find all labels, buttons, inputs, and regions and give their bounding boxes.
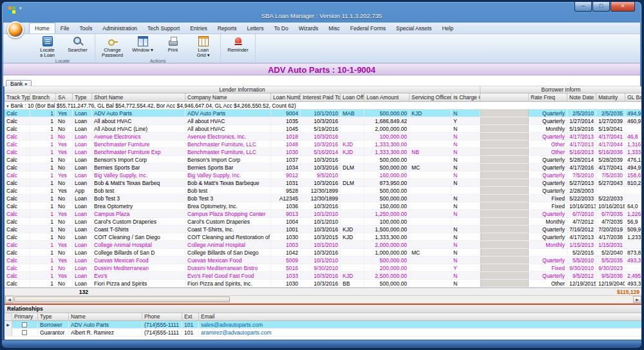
close-button[interactable]: ×	[611, 2, 635, 12]
grid-cell: Avenue Electronics	[92, 133, 185, 140]
print-button[interactable]: Print	[158, 35, 188, 58]
grid-cell: 4/17/2041	[596, 164, 625, 171]
loan-grid-button[interactable]: Loan Grid ▾	[188, 35, 218, 58]
reminder-button[interactable]: Reminder	[223, 35, 253, 56]
loan-row[interactable]: Calc1YesAppBob testBob test952812/30/189…	[5, 187, 642, 195]
loan-row[interactable]: Calc1NoLoanBrea OptometryBrea Optometry,…	[5, 202, 642, 210]
loan-row[interactable]: Calc1YesLoanCollege Animal HospitalColle…	[5, 241, 642, 249]
loan-row[interactable]: Calc1NoLoanAvenue ElectronicsAvenue Elec…	[5, 133, 642, 141]
grid-cell: 493,3	[625, 280, 642, 287]
grid-cell	[451, 218, 480, 225]
tab-to-do[interactable]: To Do	[269, 23, 293, 34]
email-cell[interactable]: sales@advautoparts.com	[199, 321, 642, 328]
grid-cell: 1033	[271, 272, 301, 279]
grid-cell: 2,000,000.00	[365, 125, 410, 132]
rel-column-header-primary[interactable]: Primary	[12, 313, 38, 321]
loan-row[interactable]: Calc1YesLoanADV Auto PartsADV Auto Parts…	[5, 110, 642, 117]
column-header-gl-balanc[interactable]: GL Balanc	[625, 93, 642, 102]
column-header-interest-paid-to[interactable]: Interest Paid To	[301, 93, 341, 102]
column-header-servicing-officer[interactable]: Servicing Officer	[410, 93, 451, 102]
tab-tech-support[interactable]: Tech Support	[142, 23, 185, 34]
tab-misc[interactable]: Misc	[323, 23, 345, 34]
rel-column-header-email[interactable]: Email	[199, 313, 642, 321]
rel-column-header-phone[interactable]: Phone	[142, 313, 182, 321]
minimize-button[interactable]: –	[574, 2, 592, 12]
tab-wizards[interactable]: Wizards	[294, 23, 324, 34]
column-header-is-charge-off[interactable]: Is Charge Off	[451, 93, 480, 102]
ext-cell: 101	[182, 329, 199, 336]
column-header-sa[interactable]: SA	[56, 93, 73, 102]
tab-entries[interactable]: Entries	[185, 23, 212, 34]
column-header-branch[interactable]: Branch	[30, 93, 56, 102]
app-orb-button[interactable]	[7, 21, 24, 38]
column-header-rate-freq[interactable]: Rate Freq	[529, 93, 567, 102]
loan-row[interactable]: Calc1NoLoanAll About HVAC (Line)All abou…	[5, 125, 642, 133]
column-header-blank[interactable]	[480, 93, 529, 102]
relationship-row[interactable]: GuarantorAlbert R. Ramirez(714)555-11111…	[5, 329, 642, 336]
loan-row[interactable]: Calc1YesLoanBig Valley Supply, Inc.Big V…	[5, 171, 642, 179]
column-header-loan-amount[interactable]: Loan Amount	[365, 93, 410, 102]
change-password-button[interactable]: Change Password	[97, 35, 128, 58]
searcher-button[interactable]: Searcher	[62, 35, 93, 58]
loan-row[interactable]: Calc1NoLoanBob Test 3Bob Test 3A1234512/…	[5, 195, 642, 202]
loan-row[interactable]: Calc1YesLoanBenchmaster Furniture ExpBen…	[5, 148, 642, 156]
loan-row[interactable]: Calc1NoLoanCarol's Custom DraperiesCarol…	[5, 218, 642, 226]
column-header-short-name[interactable]: Short Name	[92, 93, 185, 102]
horizontal-scrollbar[interactable]	[5, 295, 642, 304]
loan-row[interactable]: Calc1NoLoanCoast T-ShirtsCoast T-Shirts,…	[5, 226, 642, 233]
relationship-row[interactable]: ▶BorrowerADV Auto Parts(714)555-1111101s…	[5, 321, 642, 329]
rel-column-header-ext[interactable]: Ext	[182, 313, 199, 321]
grid-cell: Calc	[5, 218, 30, 225]
scroll-right-arrow-icon[interactable]	[633, 296, 641, 303]
tab-letters[interactable]: Letters	[242, 23, 269, 34]
tab-tools[interactable]: Tools	[74, 23, 97, 34]
tab-reports[interactable]: Reports	[213, 23, 242, 34]
loan-row[interactable]: Calc1YesLoanCampus PlazaCampus Plaza Sho…	[5, 210, 642, 218]
grid-cell: 1030	[271, 148, 301, 155]
tab-administration[interactable]: Administration	[97, 23, 142, 34]
primary-checkbox[interactable]	[22, 322, 27, 327]
column-header-note-date[interactable]: Note Date	[567, 93, 596, 102]
loan-row[interactable]: Calc1NoLoanFiori Pizza and SpiritsFiori …	[5, 280, 642, 287]
scrollbar-thumb[interactable]	[14, 297, 230, 302]
tab-home[interactable]: Home	[29, 23, 55, 34]
loan-row[interactable]: Calc1NoLoanBenson's Import CorpBenson's …	[5, 156, 642, 164]
tab-help[interactable]: Help	[437, 23, 458, 34]
primary-checkbox[interactable]	[22, 330, 27, 335]
loan-row[interactable]: Calc1NoLoanBernies Sports BarBernies Spo…	[5, 164, 642, 171]
grid-cell: 1004	[271, 218, 301, 225]
column-header-loan-number[interactable]: Loan Number	[271, 93, 301, 102]
tab-federal-forms[interactable]: Federal Forms	[345, 23, 391, 34]
loan-row[interactable]: Calc1NoLoanAll about HVACAll about HVAC1…	[5, 117, 642, 125]
email-cell[interactable]: aramirez@advautoparts.com	[199, 329, 642, 336]
grid-cell: 10/16/2018	[596, 202, 625, 209]
window-button[interactable]: Window ▾	[128, 35, 158, 58]
grid-cell: N	[451, 141, 480, 148]
loan-row[interactable]: Calc1NoLoanCOIT Cleaning / San DiegoCOIT…	[5, 233, 642, 241]
tab-special-assets[interactable]: Special Assets	[391, 23, 437, 34]
loan-row[interactable]: Calc1NoLoanBob & Matt's Texas BarbeqBob …	[5, 179, 642, 187]
collapse-triangle-icon[interactable]: ▾	[6, 102, 9, 110]
loan-row[interactable]: Calc1NoLoanCollege Billards of San DColl…	[5, 249, 642, 257]
column-header-maturity[interactable]: Maturity	[596, 93, 625, 102]
grid-cell: Quarterly	[529, 156, 567, 163]
maximize-button[interactable]: □	[592, 2, 610, 12]
tab-file[interactable]: File	[55, 23, 75, 34]
loan-row[interactable]: Calc1YesLoanBenchmaster FurnitureBenchma…	[5, 141, 642, 148]
grid-group-row[interactable]: ▾Bank : 10 (Bor Bal $55,711,247.76, GL B…	[5, 102, 642, 110]
rel-column-header-type[interactable]: Type	[38, 313, 69, 321]
grid-cell: 1,333,300.00	[365, 148, 410, 155]
column-header-company-name[interactable]: Company Name	[185, 93, 271, 102]
loan-row[interactable]: Calc1NoLoanDussini MediterraneanDussini …	[5, 264, 642, 272]
locate-loan-button[interactable]: Locate a Loan	[32, 35, 62, 58]
quick-access-caret-icon[interactable]: ▾	[19, 6, 22, 11]
loan-row[interactable]: Calc1YesLoanEvo'sEvo's Feel Good Fast Fo…	[5, 272, 642, 280]
column-header-track-type[interactable]: Track Type	[5, 93, 30, 102]
loan-row[interactable]: Calc1YesLoanCuevas Mexican FoodCuevas Me…	[5, 257, 642, 264]
column-header-loan-officer[interactable]: Loan Officer	[341, 93, 365, 102]
ribbon-group-label	[223, 56, 253, 63]
rel-column-header-name[interactable]: Name	[69, 313, 142, 321]
scroll-left-arrow-icon[interactable]	[5, 296, 14, 303]
grid-cell: 10/3/2016	[301, 249, 341, 256]
column-header-type[interactable]: Type	[73, 93, 92, 102]
